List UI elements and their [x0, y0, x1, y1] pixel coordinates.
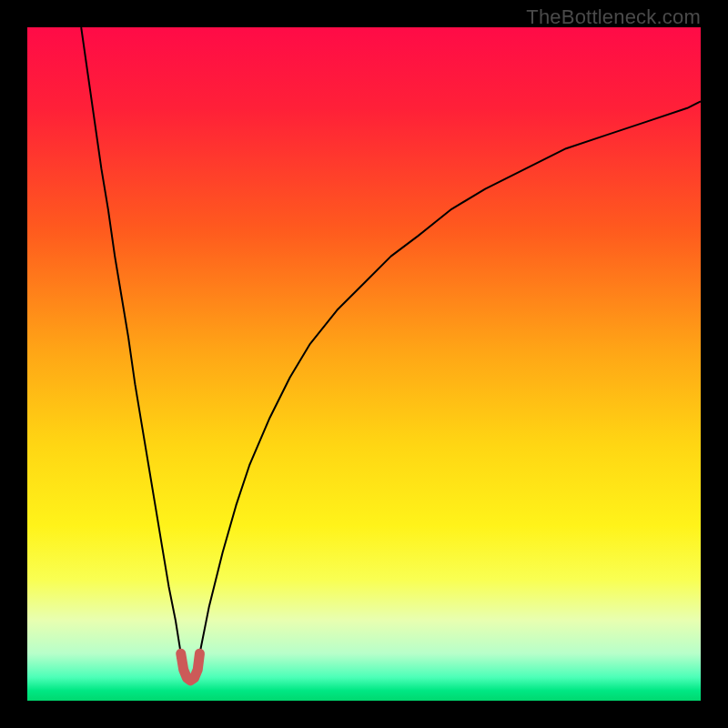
gradient-background	[27, 27, 701, 701]
watermark-text: TheBottleneck.com	[526, 5, 701, 29]
bottleneck-curve-chart	[27, 27, 701, 701]
chart-frame: TheBottleneck.com	[0, 0, 728, 728]
plot-area	[27, 27, 701, 701]
